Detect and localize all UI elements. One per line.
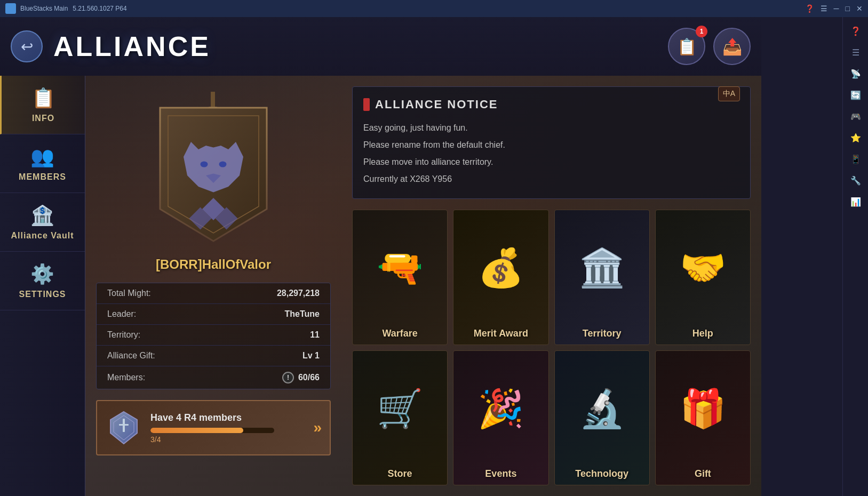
notice-container: ALLIANCE NOTICE Easy going, just having … bbox=[352, 86, 751, 199]
warfare-button[interactable]: 🔫 Warfare bbox=[352, 210, 448, 345]
quest-log-icon: 📋 bbox=[677, 37, 697, 56]
warning-icon: ! bbox=[282, 372, 294, 383]
menu-btn[interactable]: ☰ bbox=[821, 4, 827, 13]
stats-row-members: Members: ! 60/66 bbox=[97, 366, 330, 389]
header: ↩ ALLIANCE 📋 1 📤 bbox=[0, 17, 761, 76]
back-arrow-icon: ↩ bbox=[21, 38, 33, 55]
notice-header: ALLIANCE NOTICE bbox=[363, 98, 739, 111]
settings-icon: ⚙️ bbox=[30, 263, 54, 285]
members-value: ! 60/66 bbox=[282, 372, 320, 383]
might-value: 28,297,218 bbox=[277, 289, 320, 298]
store-button[interactable]: 🛒 Store bbox=[352, 350, 448, 486]
bs-sidebar-btn-8[interactable]: 🔧 bbox=[847, 172, 864, 189]
territory-label: Territory: bbox=[107, 330, 140, 340]
title-bar: BlueStacks Main 5.21.560.1027 P64 ❓ ☰ ─ … bbox=[0, 0, 868, 17]
bs-sidebar-btn-6[interactable]: ⭐ bbox=[847, 129, 864, 146]
app-version: 5.21.560.1027 P64 bbox=[73, 5, 126, 12]
quest-progress-text: 3/4 bbox=[150, 435, 305, 444]
bluestacks-logo bbox=[5, 3, 16, 14]
quest-badge: 1 bbox=[696, 26, 707, 37]
territory-button[interactable]: 🏛️ Territory bbox=[554, 210, 650, 345]
merit-award-label: Merit Award bbox=[474, 328, 528, 339]
notice-line-1: Easy going, just having fun. bbox=[363, 119, 739, 137]
maximize-btn[interactable]: □ bbox=[846, 4, 850, 13]
might-label: Total Might: bbox=[107, 289, 151, 298]
merit-award-button[interactable]: 💰 Merit Award bbox=[453, 210, 548, 345]
header-icons: 📋 1 📤 bbox=[668, 28, 751, 65]
bs-sidebar-btn-7[interactable]: 📱 bbox=[847, 150, 864, 167]
back-button[interactable]: ↩ bbox=[11, 30, 43, 62]
bs-sidebar-btn-9[interactable]: 📊 bbox=[847, 193, 864, 210]
gift-icon: 🎁 bbox=[656, 351, 750, 467]
leader-value: TheTune bbox=[285, 309, 320, 319]
events-icon: 🎉 bbox=[453, 351, 548, 467]
sidebar-settings-label: SETTINGS bbox=[19, 290, 66, 299]
svg-rect-7 bbox=[119, 424, 129, 426]
sidebar-item-info[interactable]: 📋 INFO bbox=[0, 76, 85, 134]
translate-button[interactable]: 中A bbox=[718, 86, 740, 101]
upload-button[interactable]: 📤 bbox=[713, 28, 751, 65]
main-content: [BORR]HallOfValor Total Might: 28,297,21… bbox=[85, 76, 761, 496]
sidebar-members-label: MEMBERS bbox=[19, 172, 66, 182]
notice-title: ALLIANCE NOTICE bbox=[375, 98, 498, 111]
stats-table: Total Might: 28,297,218 Leader: TheTune … bbox=[96, 283, 331, 389]
technology-icon: 🔬 bbox=[555, 351, 649, 467]
quest-shield-icon bbox=[105, 409, 142, 446]
bs-sidebar-btn-4[interactable]: 🔄 bbox=[847, 86, 864, 103]
quest-banner[interactable]: Have 4 R4 members 3/4 » bbox=[96, 400, 331, 455]
stats-row-might: Total Might: 28,297,218 bbox=[97, 283, 330, 304]
stats-row-territory: Territory: 11 bbox=[97, 325, 330, 346]
minimize-btn[interactable]: ─ bbox=[834, 4, 839, 13]
bs-sidebar-btn-5[interactable]: 🎮 bbox=[847, 108, 864, 125]
help-btn[interactable]: ❓ bbox=[805, 4, 814, 13]
vault-icon: 🏦 bbox=[30, 204, 54, 227]
upload-icon: 📤 bbox=[722, 37, 742, 56]
help-button[interactable]: 🤝 Help bbox=[655, 210, 751, 345]
technology-button[interactable]: 🔬 Technology bbox=[554, 350, 650, 486]
gift-label: Alliance Gift: bbox=[107, 351, 155, 361]
help-label: Help bbox=[692, 328, 713, 339]
svg-point-4 bbox=[201, 161, 208, 167]
grid-buttons: 🔫 Warfare 💰 Merit Award 🏛️ Territory 🤝 H… bbox=[352, 210, 751, 485]
sidebar-info-label: INFO bbox=[32, 114, 54, 123]
territory-label: Territory bbox=[583, 328, 622, 339]
app-name: BlueStacks Main bbox=[20, 5, 68, 12]
store-icon: 🛒 bbox=[353, 351, 447, 467]
sidebar-item-settings[interactable]: ⚙️ SETTINGS bbox=[0, 252, 85, 310]
technology-label: Technology bbox=[575, 468, 628, 479]
territory-icon: 🏛️ bbox=[555, 210, 649, 326]
sidebar-vault-label: Alliance Vault bbox=[11, 231, 74, 241]
window-controls: ❓ ☰ ─ □ ✕ bbox=[805, 4, 863, 13]
merit-icon: 💰 bbox=[453, 210, 548, 326]
notice-line-2: Please rename from the default chief. bbox=[363, 137, 739, 154]
leader-label: Leader: bbox=[107, 309, 136, 319]
gift-button[interactable]: 🎁 Gift bbox=[655, 350, 751, 486]
stats-row-gift: Alliance Gift: Lv 1 bbox=[97, 346, 330, 366]
sidebar-item-vault[interactable]: 🏦 Alliance Vault bbox=[0, 193, 85, 252]
svg-point-5 bbox=[219, 161, 227, 167]
bs-sidebar-btn-2[interactable]: ☰ bbox=[847, 44, 864, 61]
store-label: Store bbox=[388, 468, 412, 479]
bs-sidebar-btn-3[interactable]: 📡 bbox=[847, 65, 864, 82]
page-title: ALLIANCE bbox=[53, 30, 211, 62]
right-panel: ALLIANCE NOTICE Easy going, just having … bbox=[341, 76, 761, 496]
sidebar-item-members[interactable]: 👥 MEMBERS bbox=[0, 134, 85, 193]
game-area: ↩ ALLIANCE 📋 1 📤 📋 INFO 👥 MEMBERS bbox=[0, 17, 761, 496]
quest-info: Have 4 R4 members 3/4 bbox=[150, 412, 305, 444]
territory-value: 11 bbox=[310, 330, 320, 340]
quest-progress-fill bbox=[150, 428, 243, 433]
members-icon: 👥 bbox=[30, 146, 54, 168]
svg-rect-0 bbox=[211, 92, 215, 108]
quest-log-button[interactable]: 📋 1 bbox=[668, 28, 705, 65]
close-btn[interactable]: ✕ bbox=[856, 4, 863, 13]
quest-arrows-icon: » bbox=[313, 419, 322, 436]
quest-progress-bar bbox=[150, 428, 274, 433]
notice-line-3: Please move into alliance territory. bbox=[363, 154, 739, 171]
alliance-panel: [BORR]HallOfValor Total Might: 28,297,21… bbox=[85, 76, 341, 496]
notice-text: Easy going, just having fun. Please rena… bbox=[363, 119, 739, 188]
bs-sidebar-btn-1[interactable]: ❓ bbox=[847, 22, 864, 39]
warfare-label: Warfare bbox=[382, 328, 417, 339]
events-button[interactable]: 🎉 Events bbox=[453, 350, 548, 486]
gift-value: Lv 1 bbox=[302, 351, 320, 361]
banner-svg bbox=[139, 92, 288, 252]
